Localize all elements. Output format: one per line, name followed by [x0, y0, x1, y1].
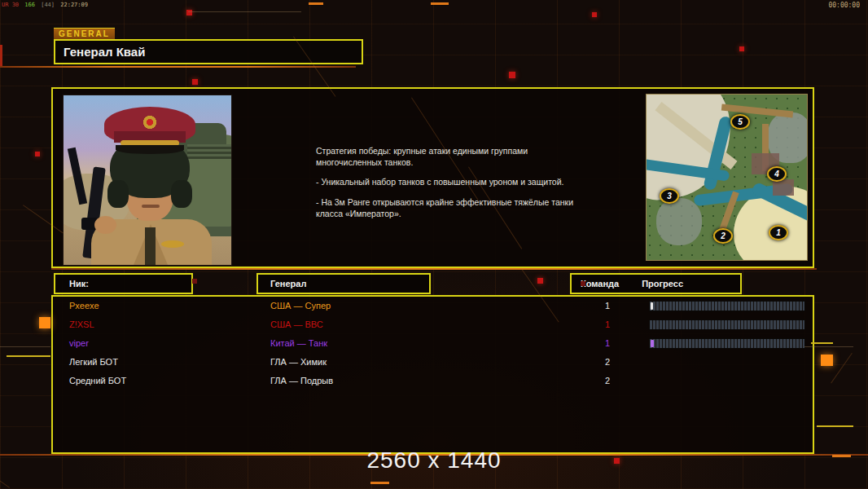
player-team: 2 — [598, 353, 617, 372]
decor-square — [592, 12, 597, 17]
player-nick: Z!XSL — [69, 315, 94, 334]
decor-dash — [309, 2, 323, 5]
map-preview: 1 2 3 4 5 — [646, 94, 808, 261]
decor-dash — [370, 482, 389, 484]
progress-fill — [651, 302, 653, 310]
perf-token: 22:27:09 — [60, 2, 88, 8]
player-team: 2 — [598, 372, 617, 390]
decor-dash — [7, 355, 50, 357]
divider — [51, 268, 817, 270]
table-row[interactable]: viper Китай — Танк 1 — [53, 334, 813, 353]
progress-bar — [650, 320, 804, 329]
player-general: США — Супер — [270, 297, 331, 315]
decor-dash — [188, 11, 301, 12]
decor-square — [39, 317, 50, 328]
player-team: 1 — [598, 315, 617, 334]
table-row[interactable]: Средний БОТ ГЛА — Подрыв 2 — [53, 372, 813, 390]
game-timer: 00:00:00 — [828, 2, 860, 9]
column-header-nick: Ник: — [54, 273, 193, 294]
decor-dash — [431, 2, 449, 5]
table-row[interactable]: Pxeexe США — Супер 1 — [53, 297, 813, 315]
player-nick: Средний БОТ — [69, 372, 126, 390]
player-general: США — ВВС — [270, 315, 323, 334]
player-nick: Легкий БОТ — [69, 353, 118, 372]
start-position-badge: 4 — [767, 166, 787, 182]
start-position-badge: 2 — [713, 228, 733, 244]
decor-square — [821, 355, 833, 366]
general-info-panel: Стратегия победы: крупные атаки едиными … — [51, 87, 814, 268]
player-team: 1 — [598, 334, 617, 353]
player-general: Китай — Танк — [270, 334, 327, 353]
decor-square — [581, 281, 585, 286]
progress-fill — [651, 340, 654, 347]
start-position-badge: 5 — [730, 114, 750, 130]
table-row[interactable]: Z!XSL США — ВВС 1 — [53, 315, 813, 334]
perf-token: [44] — [41, 2, 55, 8]
decor-tick — [0, 45, 2, 66]
decor-line — [0, 469, 10, 488]
decor-square — [192, 79, 198, 85]
decor-line — [831, 353, 853, 383]
divider — [0, 66, 356, 68]
decor-square — [35, 152, 40, 156]
tab-general[interactable]: GENERAL — [54, 28, 115, 39]
column-header-team: Команда — [581, 275, 619, 293]
decor-dash — [832, 455, 851, 457]
column-header-progress: Прогресс — [642, 275, 683, 293]
progress-bar — [650, 339, 804, 348]
player-general: ГЛА — Подрыв — [270, 372, 333, 390]
decor-square — [509, 72, 515, 78]
perf-overlay: UR 30 166 [44] 22:27:09 — [2, 2, 90, 8]
description-paragraph: - На 3м Ранге открываются крайне эффекти… — [316, 197, 585, 219]
progress-bar — [650, 302, 804, 311]
start-position-badge: 3 — [660, 188, 679, 204]
player-nick: Pxeexe — [69, 297, 99, 315]
decor-dash — [817, 425, 853, 427]
decor-dash — [0, 346, 50, 347]
perf-token: UR 30 — [2, 2, 19, 8]
players-table: Pxeexe США — Супер 1 Z!XSL США — ВВС 1 v… — [51, 295, 814, 454]
description-paragraph: - Уникальный набор танков с повышенным у… — [316, 177, 585, 188]
decor-square — [192, 279, 197, 284]
decor-dash — [811, 342, 833, 344]
decor-square — [614, 458, 620, 464]
column-header-team-progress: Команда Прогресс — [570, 273, 742, 294]
table-row[interactable]: Легкий БОТ ГЛА — Химик 2 — [53, 353, 813, 372]
perf-token: 166 — [24, 2, 35, 8]
decor-square — [739, 46, 744, 51]
column-header-general: Генерал — [256, 273, 431, 294]
player-team: 1 — [598, 297, 617, 315]
general-portrait — [64, 95, 231, 265]
decor-square — [537, 278, 543, 284]
resolution-label: 2560 x 1440 — [366, 447, 501, 474]
player-nick: viper — [69, 334, 89, 353]
decor-dash — [804, 346, 853, 347]
start-position-badge: 1 — [769, 225, 788, 240]
player-general: ГЛА — Химик — [270, 353, 327, 372]
page-title: Генерал Квай — [54, 39, 363, 64]
